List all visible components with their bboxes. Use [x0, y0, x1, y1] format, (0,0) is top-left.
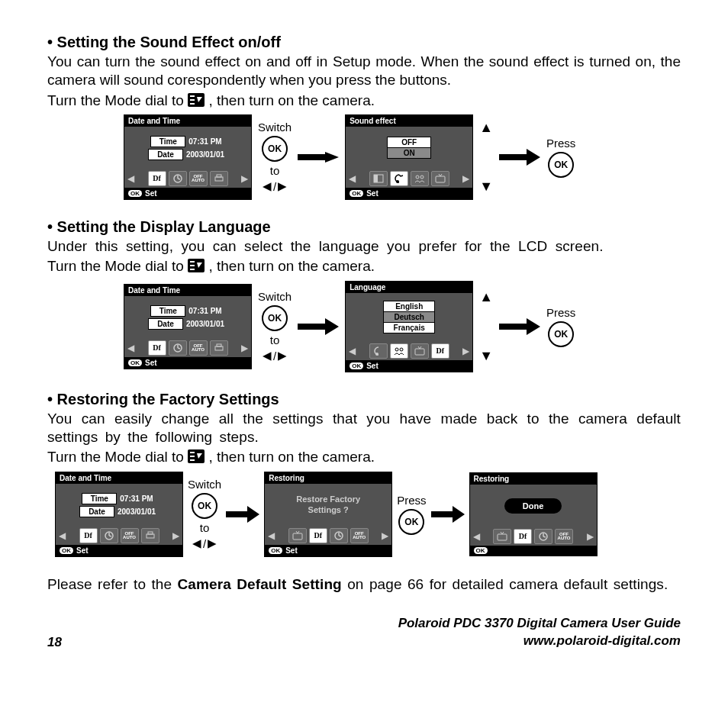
lcd-title: Sound effect: [346, 115, 472, 127]
left-triangle-icon: ◀: [263, 349, 272, 362]
lcd-title: Date and Time: [124, 115, 251, 127]
ok-button-icon: OK: [262, 305, 288, 331]
setup-mode-icon: [188, 449, 205, 468]
instr-text-b: , then turn on the camera.: [208, 449, 375, 465]
press-label: Press: [546, 306, 575, 319]
svg-rect-20: [217, 344, 221, 346]
auto-text: AUTO: [192, 348, 205, 352]
date-label: Date: [79, 506, 114, 517]
svg-rect-1: [190, 95, 195, 97]
setup-mode-icon: [188, 259, 205, 277]
left-arrow-icon: ◀: [268, 530, 275, 541]
clock-icon: [330, 528, 348, 543]
ok-button-icon: OK: [548, 321, 574, 347]
sound-icon: [369, 343, 388, 359]
lcd-date-time: Date and Time Time07:31 PM Date2003/01/0…: [124, 284, 252, 369]
lcd-iconbar: ◀ Df OFFAUTO ▶: [470, 527, 597, 546]
switch-label: Switch: [188, 478, 221, 491]
off-auto-icon: OFFAUTO: [189, 340, 208, 356]
figure-row-language: Date and Time Time07:31 PM Date2003/01/0…: [47, 281, 681, 372]
section-title-language: • Setting the Display Language: [47, 218, 681, 236]
lcd-restoring-done: Restoring Done ◀ Df OFFAUTO ▶ OK: [469, 472, 598, 556]
note-text-b: on page 66 for detailed camera default s…: [342, 576, 668, 592]
left-arrow-icon: ◀: [349, 173, 356, 184]
para-language: Under this setting, you can select the l…: [47, 237, 681, 256]
time-value: 07:31 PM: [117, 494, 156, 504]
svg-rect-13: [436, 176, 445, 182]
press-action: Press OK: [397, 494, 426, 535]
off-auto-icon: OFFAUTO: [121, 528, 139, 543]
lcd-title: Date and Time: [56, 472, 182, 484]
svg-rect-26: [190, 452, 195, 453]
lcd-title: Restoring: [265, 472, 391, 484]
set-label: Set: [145, 189, 157, 198]
lcd-title: Language: [346, 282, 472, 293]
ok-button-icon: OK: [548, 152, 574, 178]
df-icon: Df: [514, 529, 532, 544]
option-english: English: [383, 301, 435, 312]
up-down-arrows: ▲▼: [479, 289, 493, 364]
instruction-sound: Turn the Mode dial to , then turn on the…: [47, 92, 681, 111]
tv-icon: [431, 171, 449, 186]
option-francais: Français: [383, 323, 435, 333]
set-label: Set: [145, 359, 157, 367]
flow-arrow-icon: [499, 318, 540, 335]
time-label: Time: [150, 136, 185, 147]
guide-title-line1: Polaroid PDC 3370 Digital Camera User Gu…: [398, 616, 681, 630]
right-arrow-icon: ▶: [382, 530, 388, 541]
svg-rect-2: [190, 99, 195, 101]
right-triangle-icon: ▶: [208, 536, 217, 550]
svg-rect-9: [374, 175, 378, 182]
time-label: Time: [150, 305, 185, 317]
msg1: Restore Factory: [296, 494, 360, 504]
lcd-footer: OK: [470, 546, 597, 556]
lcd-restoring-confirm: Restoring Restore FactorySettings ? ◀ Df…: [264, 472, 392, 557]
set-label: Set: [366, 362, 378, 370]
time-value: 07:31 PM: [185, 137, 224, 147]
svg-point-11: [416, 176, 419, 179]
ok-chip: OK: [60, 547, 73, 554]
date-label: Date: [148, 318, 183, 330]
svg-rect-32: [293, 533, 302, 540]
down-triangle-icon: ▼: [479, 348, 493, 364]
instr-text-b: , then turn on the camera.: [208, 258, 375, 274]
svg-rect-17: [190, 269, 195, 270]
lcd-footer: OKSet: [124, 357, 251, 369]
ok-chip: OK: [350, 190, 363, 197]
date-value: 2003/01/01: [183, 150, 227, 159]
svg-point-23: [400, 348, 403, 351]
note-text-bold: Camera Default Setting: [178, 576, 342, 592]
down-triangle-icon: ▼: [479, 179, 493, 195]
sound-icon: [390, 171, 408, 186]
set-label: Set: [76, 546, 89, 555]
df-icon: Df: [309, 528, 327, 543]
ok-chip: OK: [128, 359, 142, 366]
ok-chip: OK: [350, 362, 363, 369]
lcd-date-time: Date and Time Time07:31 PM Date2003/01/0…: [124, 114, 252, 200]
people-icon: [411, 171, 429, 186]
press-label: Press: [546, 137, 575, 150]
svg-rect-19: [215, 346, 223, 350]
svg-rect-28: [190, 459, 195, 461]
nav-arrows: ◀/▶: [263, 179, 287, 193]
off-auto-icon: OFFAUTO: [555, 529, 573, 544]
restore-message: Restore FactorySettings ?: [296, 494, 360, 516]
ok-button-icon: OK: [262, 136, 288, 162]
ok-chip: OK: [128, 190, 142, 197]
ok-button-icon: OK: [398, 509, 424, 535]
off-auto-icon: OFFAUTO: [350, 528, 369, 543]
svg-point-10: [396, 180, 399, 183]
svg-rect-15: [190, 261, 195, 263]
note-text-a: Please refer to the: [47, 576, 178, 592]
lcd-footer: OKSet: [346, 360, 472, 372]
to-label: to: [200, 521, 210, 534]
done-message: Done: [504, 498, 562, 514]
time-label: Time: [82, 493, 117, 504]
lcd-iconbar: ◀ Df OFFAUTO ▶: [124, 339, 251, 357]
para-restoring-note: Please refer to the Camera Default Setti…: [47, 575, 681, 594]
svg-rect-7: [298, 154, 325, 160]
date-value: 2003/01/01: [114, 507, 159, 517]
left-arrow-icon: ◀: [127, 173, 134, 184]
lcd-iconbar: ◀ ▶: [346, 169, 472, 188]
switch-action: Switch OK to ◀/▶: [258, 121, 292, 193]
